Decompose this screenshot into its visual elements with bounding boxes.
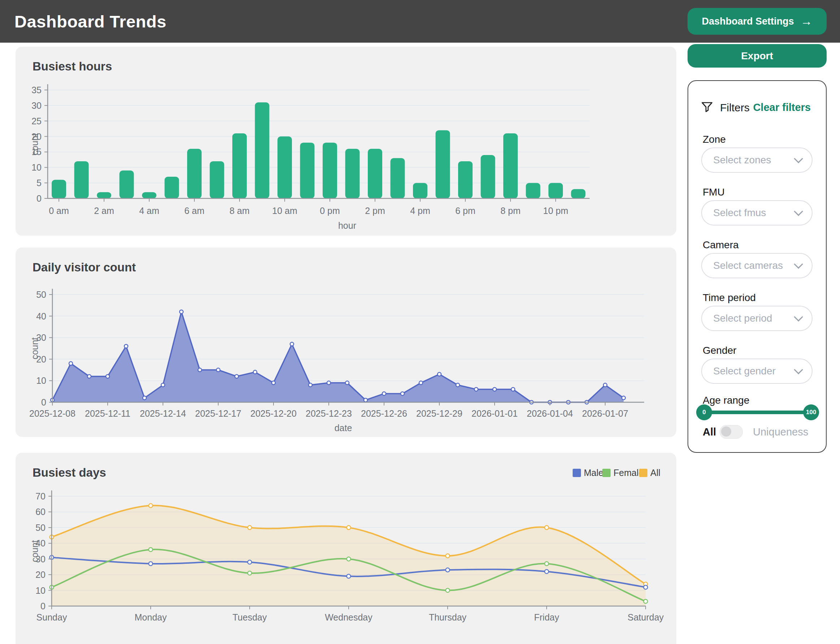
svg-text:2025-12-26: 2025-12-26 xyxy=(361,408,407,419)
svg-text:Wednesday: Wednesday xyxy=(325,612,372,622)
svg-text:0 am: 0 am xyxy=(49,205,69,216)
filters-title: Filters xyxy=(720,102,750,114)
svg-text:All: All xyxy=(650,468,660,478)
svg-text:2025-12-08: 2025-12-08 xyxy=(29,408,75,419)
gender-label: Gender xyxy=(703,345,736,356)
svg-text:70: 70 xyxy=(35,491,46,501)
fmu-select[interactable]: Select fmus xyxy=(701,200,812,225)
svg-text:2 am: 2 am xyxy=(94,205,114,216)
svg-text:2025-12-11: 2025-12-11 xyxy=(85,408,130,419)
page-title: Dashboard Trends xyxy=(15,12,167,31)
clear-filters-link[interactable]: Clear filters xyxy=(753,102,811,113)
daily-visitor-panel: Daily visitor count 010203040502025-12-0… xyxy=(16,248,676,437)
busiest-days-chart: 010203040506070SundayMondayTuesdayWednes… xyxy=(16,453,676,644)
svg-text:8 am: 8 am xyxy=(230,205,249,216)
camera-placeholder: Select cameras xyxy=(713,260,783,271)
daily-visitor-chart: 010203040502025-12-082025-12-112025-12-1… xyxy=(16,248,676,437)
svg-text:4 pm: 4 pm xyxy=(410,205,430,216)
svg-text:6 am: 6 am xyxy=(184,205,205,216)
svg-text:Male: Male xyxy=(584,468,603,478)
svg-text:count: count xyxy=(30,133,40,155)
svg-text:Friday: Friday xyxy=(534,612,559,622)
svg-text:20: 20 xyxy=(35,570,46,580)
zone-label: Zone xyxy=(703,134,726,145)
export-button[interactable]: Export xyxy=(687,44,827,67)
svg-text:2026-01-01: 2026-01-01 xyxy=(471,408,518,419)
svg-text:2025-12-17: 2025-12-17 xyxy=(195,408,241,419)
svg-text:50: 50 xyxy=(35,522,46,533)
age-range-slider: 0 100 xyxy=(688,403,826,421)
camera-label: Camera xyxy=(703,239,739,251)
svg-text:0 pm: 0 pm xyxy=(320,205,340,216)
svg-text:35: 35 xyxy=(31,85,41,95)
svg-text:count: count xyxy=(30,337,40,359)
svg-text:30: 30 xyxy=(31,100,41,110)
fmu-label: FMU xyxy=(703,186,725,198)
uniqueness-toggle-row: All Uniqueness xyxy=(688,424,826,440)
chevron-down-icon xyxy=(794,365,803,374)
dashboard-settings-label: Dashboard Settings xyxy=(702,16,794,27)
chevron-down-icon xyxy=(794,207,803,216)
svg-text:2026-01-04: 2026-01-04 xyxy=(527,408,573,419)
filters-card: Filters Clear filters Zone Select zones … xyxy=(687,80,827,453)
svg-text:0: 0 xyxy=(41,601,46,611)
svg-text:50: 50 xyxy=(36,289,46,300)
svg-text:2025-12-29: 2025-12-29 xyxy=(416,408,463,419)
age-max-handle[interactable]: 100 xyxy=(803,404,819,420)
camera-select[interactable]: Select cameras xyxy=(701,253,812,278)
arrow-right-icon: → xyxy=(801,15,812,28)
svg-text:4 am: 4 am xyxy=(139,205,159,216)
chevron-down-icon xyxy=(794,312,803,321)
svg-text:5: 5 xyxy=(36,178,41,188)
chevron-down-icon xyxy=(794,260,803,268)
filter-funnel-icon xyxy=(701,100,714,113)
busiest-hours-panel: Busiest hours 051015202530350 am2 am4 am… xyxy=(16,47,676,236)
uniqueness-label: Uniqueness xyxy=(753,426,808,438)
gender-placeholder: Select gender xyxy=(713,365,776,377)
svg-text:10 pm: 10 pm xyxy=(543,205,568,216)
svg-text:Monday: Monday xyxy=(135,612,167,622)
svg-text:Tuesday: Tuesday xyxy=(233,612,267,622)
svg-text:2 pm: 2 pm xyxy=(365,205,385,216)
age-min-handle[interactable]: 0 xyxy=(696,404,712,420)
svg-text:2026-01-07: 2026-01-07 xyxy=(582,408,628,419)
svg-text:hour: hour xyxy=(338,220,356,230)
svg-text:Saturday: Saturday xyxy=(628,612,664,622)
svg-text:8 pm: 8 pm xyxy=(500,205,521,216)
svg-text:Female: Female xyxy=(614,468,643,478)
dashboard-settings-button[interactable]: Dashboard Settings → xyxy=(687,8,827,35)
filters-header: Filters Clear filters xyxy=(688,100,826,115)
dashboard-page: { "header": { "title": "Dashboard Trends… xyxy=(0,0,840,644)
time-period-label: Time period xyxy=(703,292,756,304)
svg-text:60: 60 xyxy=(35,507,46,517)
svg-text:25: 25 xyxy=(31,116,41,126)
svg-text:10: 10 xyxy=(35,585,46,596)
svg-text:date: date xyxy=(335,423,352,433)
toggle-knob xyxy=(721,426,731,437)
busiest-days-panel: Busiest days 010203040506070SundayMonday… xyxy=(16,453,676,644)
svg-text:2025-12-23: 2025-12-23 xyxy=(306,408,352,419)
chevron-down-icon xyxy=(794,154,803,163)
svg-text:2025-12-20: 2025-12-20 xyxy=(250,408,297,419)
all-label: All xyxy=(703,426,716,438)
svg-text:10 am: 10 am xyxy=(272,205,297,216)
busiest-hours-chart: 051015202530350 am2 am4 am6 am8 am10 am0… xyxy=(16,47,676,236)
zone-placeholder: Select zones xyxy=(713,154,771,166)
svg-text:40: 40 xyxy=(36,311,46,321)
svg-text:count: count xyxy=(30,540,40,562)
fmu-placeholder: Select fmus xyxy=(713,207,766,219)
gender-select[interactable]: Select gender xyxy=(701,358,812,384)
time-period-select[interactable]: Select period xyxy=(701,306,812,331)
svg-text:2025-12-14: 2025-12-14 xyxy=(140,408,186,419)
svg-text:Sunday: Sunday xyxy=(36,612,67,622)
svg-text:Thursday: Thursday xyxy=(429,612,467,622)
uniqueness-toggle[interactable] xyxy=(720,425,743,439)
time-period-placeholder: Select period xyxy=(713,312,772,324)
svg-text:10: 10 xyxy=(31,162,41,172)
age-range-track[interactable] xyxy=(696,411,819,414)
svg-text:0: 0 xyxy=(36,193,41,204)
zone-select[interactable]: Select zones xyxy=(701,148,812,173)
svg-text:6 pm: 6 pm xyxy=(455,205,476,216)
svg-text:0: 0 xyxy=(41,397,46,407)
svg-text:10: 10 xyxy=(36,376,46,386)
